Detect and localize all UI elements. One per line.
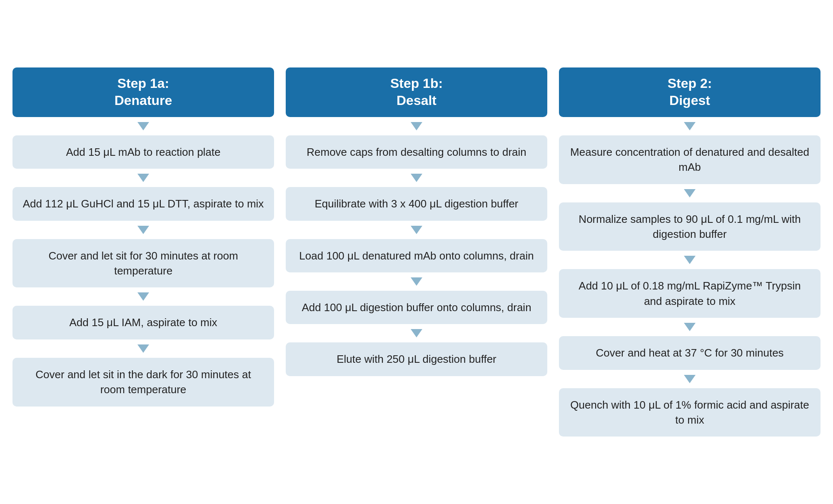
header-step2: Step 2:Digest xyxy=(559,67,821,117)
arrow-step1a-4 xyxy=(137,342,149,355)
arrow-step2-4 xyxy=(684,372,696,386)
step-box-step1a-3: Add 15 μL IAM, aspirate to mix xyxy=(12,306,274,339)
arrow-step1a-1 xyxy=(137,171,149,185)
step-box-step1b-3: Add 100 μL digestion buffer onto columns… xyxy=(286,291,547,324)
arrow-step1b-2 xyxy=(411,223,422,237)
arrow-step1a-2 xyxy=(137,223,149,237)
step-text-step2-0: Measure concentration of denatured and d… xyxy=(570,146,809,173)
step-box-step2-0: Measure concentration of denatured and d… xyxy=(559,135,821,184)
header-line2-step1a: Denature xyxy=(115,93,172,108)
column-step2: Step 2:DigestMeasure concentration of de… xyxy=(559,67,821,437)
step-box-step1b-1: Equilibrate with 3 x 400 μL digestion bu… xyxy=(286,187,547,220)
arrow-step1b-1 xyxy=(411,171,422,185)
arrow-step1a-3 xyxy=(137,290,149,303)
step-box-step1b-4: Elute with 250 μL digestion buffer xyxy=(286,342,547,376)
step-text-step1b-4: Elute with 250 μL digestion buffer xyxy=(337,353,496,365)
step-text-step2-4: Quench with 10 μL of 1% formic acid and … xyxy=(570,399,809,426)
header-step1b: Step 1b:Desalt xyxy=(286,67,547,117)
column-step1a: Step 1a:DenatureAdd 15 μL mAb to reactio… xyxy=(12,67,274,407)
step-box-step1a-0: Add 15 μL mAb to reaction plate xyxy=(12,135,274,169)
step-box-step2-3: Cover and heat at 37 °C for 30 minutes xyxy=(559,336,821,369)
step-text-step1b-0: Remove caps from desalting columns to dr… xyxy=(307,146,526,158)
step-box-step2-4: Quench with 10 μL of 1% formic acid and … xyxy=(559,388,821,437)
header-line2-step1b: Desalt xyxy=(397,93,436,108)
step-text-step1b-2: Load 100 μL denatured mAb onto columns, … xyxy=(299,250,534,262)
step-box-step1b-0: Remove caps from desalting columns to dr… xyxy=(286,135,547,169)
arrow-step1b-3 xyxy=(411,275,422,288)
arrow-step1b-4 xyxy=(411,327,422,340)
arrow-step1a-0 xyxy=(137,120,149,133)
step-text-step1b-1: Equilibrate with 3 x 400 μL digestion bu… xyxy=(314,197,518,210)
arrow-step2-1 xyxy=(684,187,696,200)
step-box-step2-1: Normalize samples to 90 μL of 0.1 mg/mL … xyxy=(559,202,821,251)
step-box-step1a-2: Cover and let sit for 30 minutes at room… xyxy=(12,239,274,288)
step-text-step1a-2: Cover and let sit for 30 minutes at room… xyxy=(48,250,238,277)
arrow-step1b-0 xyxy=(411,120,422,133)
step-box-step2-2: Add 10 μL of 0.18 mg/mL RapiZyme™ Trypsi… xyxy=(559,269,821,318)
arrow-step2-2 xyxy=(684,253,696,267)
step-text-step2-3: Cover and heat at 37 °C for 30 minutes xyxy=(596,347,783,359)
header-line1-step1a: Step 1a: xyxy=(117,76,169,91)
column-step1b: Step 1b:DesaltRemove caps from desalting… xyxy=(286,67,547,376)
header-line2-step2: Digest xyxy=(669,93,710,108)
step-text-step2-2: Add 10 μL of 0.18 mg/mL RapiZyme™ Trypsi… xyxy=(579,279,801,307)
header-step1a: Step 1a:Denature xyxy=(12,67,274,117)
header-line1-step2: Step 2: xyxy=(668,76,712,91)
step-text-step2-1: Normalize samples to 90 μL of 0.1 mg/mL … xyxy=(579,213,801,240)
workflow-container: Step 1a:DenatureAdd 15 μL mAb to reactio… xyxy=(12,67,821,437)
step-box-step1a-4: Cover and let sit in the dark for 30 min… xyxy=(12,358,274,407)
step-text-step1a-3: Add 15 μL IAM, aspirate to mix xyxy=(69,316,217,329)
step-text-step1a-4: Cover and let sit in the dark for 30 min… xyxy=(35,368,251,396)
arrow-step2-0 xyxy=(684,120,696,133)
step-text-step1a-0: Add 15 μL mAb to reaction plate xyxy=(66,146,220,158)
step-box-step1b-2: Load 100 μL denatured mAb onto columns, … xyxy=(286,239,547,272)
arrow-step2-3 xyxy=(684,320,696,334)
header-line1-step1b: Step 1b: xyxy=(390,76,443,91)
step-text-step1b-3: Add 100 μL digestion buffer onto columns… xyxy=(302,301,531,314)
step-box-step1a-1: Add 112 μL GuHCl and 15 μL DTT, aspirate… xyxy=(12,187,274,220)
step-text-step1a-1: Add 112 μL GuHCl and 15 μL DTT, aspirate… xyxy=(23,197,264,210)
